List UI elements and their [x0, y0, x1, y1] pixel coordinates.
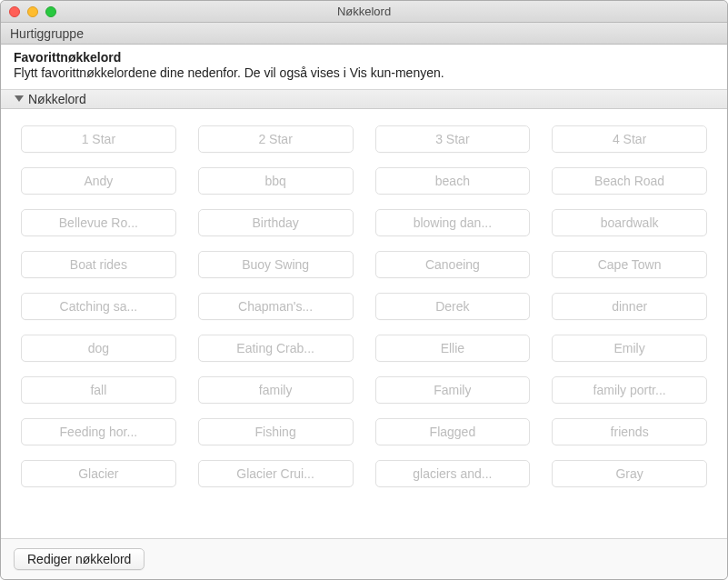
keyword-label: Feeding hor...	[60, 425, 138, 439]
keyword-label: dinner	[612, 299, 647, 314]
keyword-pill[interactable]: Andy	[21, 167, 176, 195]
keyword-pill[interactable]: Boat rides	[21, 251, 176, 278]
keyword-pill[interactable]: Glacier	[21, 460, 176, 487]
keyword-label: Ellie	[441, 341, 464, 355]
keyword-pill[interactable]: Birthday	[198, 209, 354, 236]
keyword-pill[interactable]: 4 Star	[552, 125, 707, 153]
traffic-lights	[9, 6, 56, 17]
keyword-pill[interactable]: dog	[21, 335, 176, 362]
toolbar: Hurtiggruppe	[1, 23, 727, 45]
keyword-label: 4 Star	[613, 132, 646, 146]
keyword-pill[interactable]: Canoeing	[375, 251, 531, 278]
keyword-label: glaciers and...	[413, 466, 492, 481]
keyword-pill[interactable]: Feeding hor...	[21, 418, 176, 445]
favorites-heading: Favorittnøkkelord	[14, 50, 714, 65]
keyword-pill[interactable]: Fishing	[198, 418, 354, 445]
keyword-pill[interactable]: Emily	[552, 335, 707, 362]
quickgroup-label[interactable]: Hurtiggruppe	[10, 26, 84, 41]
keyword-label: Buoy Swing	[242, 257, 309, 272]
keyword-pill[interactable]: 1 Star	[21, 125, 176, 153]
keyword-pill[interactable]: beach	[375, 167, 531, 195]
keyword-pill[interactable]: 3 Star	[375, 125, 531, 153]
keyword-label: fall	[90, 383, 106, 397]
keyword-pill[interactable]: Buoy Swing	[198, 251, 354, 278]
favorites-section: Favorittnøkkelord Flytt favorittnøkkelor…	[1, 45, 727, 90]
keyword-pill[interactable]: Derek	[375, 293, 531, 320]
keyword-label: Canoeing	[425, 257, 480, 272]
keyword-pill[interactable]: Flagged	[375, 418, 531, 445]
keyword-label: friends	[611, 425, 649, 439]
footer: Rediger nøkkelord	[1, 538, 727, 579]
keyword-label: Chapman's...	[238, 299, 313, 314]
keyword-label: family	[259, 383, 293, 397]
keyword-pill[interactable]: Catching sa...	[21, 293, 176, 320]
keyword-pill[interactable]: glaciers and...	[375, 460, 531, 487]
keyword-pill[interactable]: blowing dan...	[375, 209, 531, 236]
keyword-label: bbq	[264, 174, 285, 188]
keyword-pill[interactable]: Eating Crab...	[198, 335, 354, 362]
keywords-section-title: Nøkkelord	[28, 92, 86, 106]
keyword-label: 3 Star	[435, 132, 469, 146]
keyword-label: Flagged	[430, 425, 476, 439]
keyword-label: Eating Crab...	[236, 341, 314, 355]
keyword-pill[interactable]: Beach Road	[552, 167, 707, 195]
keyword-pill[interactable]: dinner	[552, 293, 707, 320]
keyword-label: 2 Star	[258, 132, 292, 146]
keyword-label: Catching sa...	[60, 299, 138, 314]
keyword-pill[interactable]: Glacier Crui...	[198, 460, 354, 487]
keyword-pill[interactable]: Family	[375, 376, 531, 404]
keyword-pill[interactable]: Gray	[552, 460, 707, 487]
keyword-pill[interactable]: Ellie	[375, 335, 531, 362]
keyword-label: Gray	[615, 466, 643, 481]
close-icon[interactable]	[9, 6, 20, 17]
keyword-label: Boat rides	[70, 257, 127, 272]
window-title: Nøkkelord	[1, 5, 727, 18]
keyword-pill[interactable]: Chapman's...	[198, 293, 354, 320]
keyword-label: family portr...	[593, 383, 666, 397]
keyword-label: boardwalk	[601, 215, 659, 230]
keyword-pill[interactable]: Cape Town	[552, 251, 707, 278]
keyword-label: blowing dan...	[414, 215, 492, 230]
keyword-label: Beach Road	[594, 174, 664, 188]
keywords-window: Nøkkelord Hurtiggruppe Favorittnøkkelord…	[0, 0, 728, 580]
keyword-label: Cape Town	[598, 257, 662, 272]
keyword-label: Glacier	[78, 466, 118, 481]
edit-keywords-button[interactable]: Rediger nøkkelord	[14, 548, 145, 570]
keyword-label: 1 Star	[82, 132, 115, 146]
keyword-grid: 1 Star2 Star3 Star4 StarAndybbqbeachBeac…	[21, 125, 707, 487]
titlebar: Nøkkelord	[1, 1, 727, 23]
keyword-pill[interactable]: bbq	[198, 167, 354, 195]
keywords-body: 1 Star2 Star3 Star4 StarAndybbqbeachBeac…	[1, 109, 727, 538]
keyword-label: beach	[435, 174, 470, 188]
keyword-label: Glacier Crui...	[236, 466, 314, 481]
zoom-icon[interactable]	[45, 6, 56, 17]
keyword-pill[interactable]: Bellevue Ro...	[21, 209, 176, 236]
keyword-pill[interactable]: boardwalk	[552, 209, 707, 236]
keyword-label: Andy	[84, 174, 113, 188]
favorites-description: Flytt favorittnøkkelordene dine nedenfor…	[14, 65, 714, 80]
keyword-label: Emily	[614, 341, 645, 355]
keyword-label: Family	[434, 383, 471, 397]
keyword-label: Bellevue Ro...	[59, 215, 138, 230]
keyword-label: Birthday	[252, 215, 298, 230]
keyword-pill[interactable]: 2 Star	[198, 125, 354, 153]
minimize-icon[interactable]	[27, 6, 38, 17]
keyword-pill[interactable]: family	[198, 376, 354, 404]
keyword-pill[interactable]: family portr...	[552, 376, 707, 404]
svg-marker-0	[15, 95, 24, 102]
keyword-pill[interactable]: friends	[552, 418, 707, 445]
keyword-label: Fishing	[255, 425, 296, 439]
keyword-label: Derek	[435, 299, 469, 314]
keyword-label: dog	[88, 341, 109, 355]
keywords-section-header[interactable]: Nøkkelord	[1, 90, 727, 109]
chevron-down-icon	[14, 94, 25, 105]
keyword-pill[interactable]: fall	[21, 376, 176, 404]
